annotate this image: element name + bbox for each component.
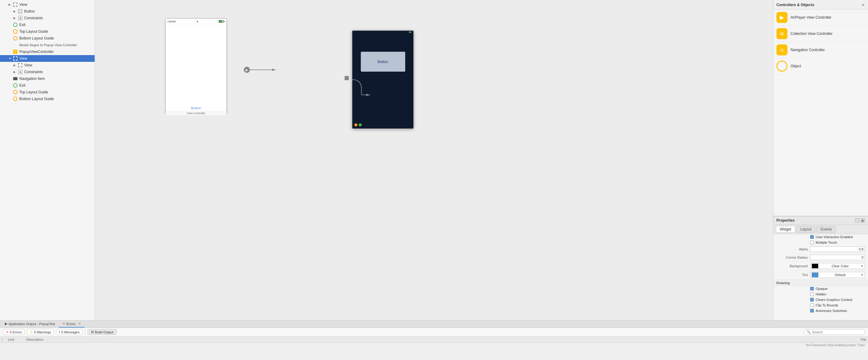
props-win-restore[interactable] [855,218,860,223]
sidebar-item-toplayout1[interactable]: Top Layout Guide [0,28,95,35]
wifi-icon: ▾ [197,20,198,23]
props-win-close[interactable]: ✕ [861,218,865,223]
view-controller-frame[interactable]: Carrier ▾ Button View Controller [165,19,227,113]
opaque-checkbox: ✓ [810,287,814,291]
tint-color-swatch [812,272,818,277]
col-header-description: Description [25,337,813,342]
tab-events[interactable]: Events [816,226,836,233]
collectionvc-icon: ⊞ [776,28,787,39]
battery-icon [219,20,224,23]
checkbox-opaque[interactable]: ✓ Opaque [773,286,868,291]
search-icon: 🔍 [806,330,811,334]
checkbox-autoresize[interactable]: ✓ Autoresize Subviews [773,308,868,314]
sidebar-item-modalsegue[interactable]: Modal Segue to Popup View Controller [0,42,95,48]
bottom-toolbar: ✕ 0 Errors ⚠ 0 Warnings ℹ 0 Messages ⊟ B… [0,328,868,336]
segue-midpoint [345,76,349,80]
sidebar-item-navitem[interactable]: Navigation Item [0,75,95,82]
autoresize-checkbox: ✓ [810,309,814,313]
sidebar-item-bottomlayout1[interactable]: Bottom Layout Guide [0,35,95,42]
panel-close-button[interactable]: ✕ [861,2,865,7]
tint-select[interactable]: Default ▼ [810,272,865,278]
vc-status-bar: Carrier ▾ [166,19,226,24]
battery-indicator [409,32,411,33]
orange-dot [354,123,358,126]
sidebar-item-constraints1[interactable]: ▶ ⊞ Constraints [0,15,95,22]
sidebar-item-view3[interactable]: ▶ View [0,62,95,69]
avplayer-icon: ▶ [776,12,787,23]
checkbox-clears-graphics[interactable]: ✓ Clears Graphics Context [773,297,868,302]
controllers-header: Controllers & Objects ✕ [773,0,868,9]
controller-item-collectionvc[interactable]: ⊞ Collection View Controller [773,26,868,42]
error-x-icon: ✕ [6,330,8,334]
build-status: No Framework Done building project "/Use… [0,343,868,348]
background-select[interactable]: Clear Color ▼ [810,263,865,269]
controller-item-object[interactable]: Object [773,58,868,74]
sidebar-item-toplayout2[interactable]: Top Layout Guide [0,89,95,96]
checkbox-user-interaction[interactable]: ✓ User Interaction Enabled [773,234,868,240]
tab-close-button[interactable]: ✕ [78,322,81,326]
sidebar-item-view2[interactable]: ▼ View [0,55,95,62]
tab-errors[interactable]: ✕ Errors ✕ [59,321,85,328]
object-icon [776,61,787,72]
search-box[interactable]: 🔍 [804,329,865,335]
controllers-panel: Controllers & Objects ✕ ▶ AVPlayer View … [773,0,868,216]
bottom-tabs: ▶ Application Output - PopupTest ✕ Error… [0,321,868,328]
clip-bounds-checkbox [810,303,814,307]
build-icon: ⊟ [91,330,94,334]
sidebar-item-exit1[interactable]: Exit [0,22,95,28]
properties-panel: Properties ✕ Widget Layout Events ✓ User… [773,216,868,320]
errors-button[interactable]: ✕ 0 Errors [3,329,25,335]
popup-vc-frame[interactable]: Button [352,31,413,129]
checkbox-hidden[interactable]: Hidden [773,291,868,297]
checkbox-multiple-touch[interactable]: Multiple Touch [773,240,868,245]
column-headers: ! Line Description File [0,336,868,343]
navvc-icon: ◎ [776,44,787,56]
warnings-button[interactable]: ⚠ 0 Warnings [27,329,54,335]
alpha-input[interactable]: 0.8 [810,247,865,252]
sidebar: ▶ View ▶ Button ▶ ⊞ Constraints Exit [0,0,95,320]
prop-background: Background Clear Color ▼ [773,262,868,271]
checkbox-clip-bounds[interactable]: Clip To Bounds [773,302,868,308]
clears-graphics-checkbox: ✓ [810,298,814,301]
search-input[interactable] [812,330,862,334]
controller-item-avplayer[interactable]: ▶ AVPlayer View Controller [773,9,868,26]
popup-vc-footer [354,123,362,126]
corner-radius-input[interactable]: 0 [810,255,865,260]
background-color-swatch [812,264,818,268]
popup-inner-button: Button [361,52,405,72]
messages-button[interactable]: ℹ 0 Messages [56,329,82,335]
prop-tint: Tint Default ▼ [773,271,868,280]
properties-title: Properties [776,218,855,223]
properties-header: Properties ✕ [773,216,868,225]
sidebar-item-button1[interactable]: ▶ Button [0,8,95,15]
canvas: Carrier ▾ Button View Controller ▶ [95,0,773,320]
checkbox-icon [810,240,814,244]
sidebar-item-view1[interactable]: ▶ View [0,1,95,8]
bottom-panel: ▶ Application Output - PopupTest ✕ Error… [0,320,868,360]
app-output-icon: ▶ [5,322,7,326]
right-panel: Controllers & Objects ✕ ▶ AVPlayer View … [773,0,868,320]
sidebar-item-bottomlayout2[interactable]: Bottom Layout Guide [0,96,95,102]
prop-alpha: Alpha 0.8 [773,245,868,254]
tab-layout[interactable]: Layout [796,226,815,233]
error-icon: ✕ [62,322,65,326]
popup-vc-topbar [352,31,413,33]
controller-item-navvc[interactable]: ◎ Navigation Controller [773,42,868,58]
toolbar-divider [85,329,85,335]
drawing-section-header: Drawing [773,280,868,286]
sidebar-item-exit2[interactable]: Exit [0,82,95,89]
tab-widget[interactable]: Widget [776,226,795,233]
col-header-bang: ! [0,337,6,342]
hidden-checkbox [810,292,814,296]
col-header-file: File [813,337,868,342]
segue-start-circle[interactable]: ▶ [244,67,250,73]
vc-body [166,24,226,104]
prop-corner-radius: Corner Radius 0 [773,254,868,262]
green-dot-small [359,123,362,126]
tab-application-output[interactable]: ▶ Application Output - PopupTest [1,321,59,328]
build-output-button[interactable]: ⊟ Build Output [88,329,117,335]
sidebar-item-popupvc[interactable]: P PopupViewController [0,48,95,55]
checkbox-icon: ✓ [810,235,814,239]
sidebar-item-constraints2[interactable]: ▶ ⊞ Constraints [0,69,95,75]
info-icon: ℹ [59,330,60,334]
